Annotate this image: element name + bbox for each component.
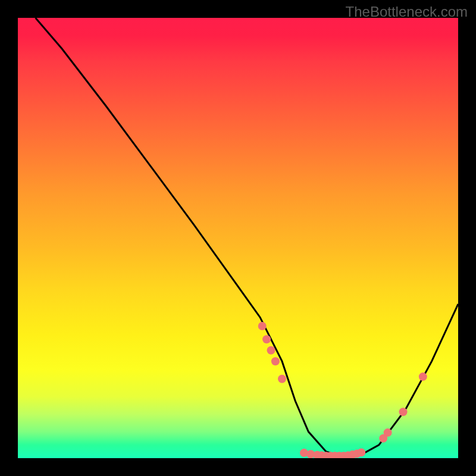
data-marker — [399, 408, 408, 416]
data-marker — [258, 322, 267, 330]
watermark-text: TheBottleneck.com — [346, 4, 468, 20]
data-marker — [271, 357, 280, 365]
chart-svg — [18, 18, 458, 458]
data-marker — [278, 375, 286, 383]
data-marker — [267, 346, 275, 355]
data-marker — [262, 335, 271, 343]
data-marker — [384, 428, 392, 437]
bottleneck-curve — [36, 18, 458, 458]
data-marker — [419, 372, 427, 381]
data-markers — [258, 322, 427, 458]
data-marker — [357, 448, 365, 456]
